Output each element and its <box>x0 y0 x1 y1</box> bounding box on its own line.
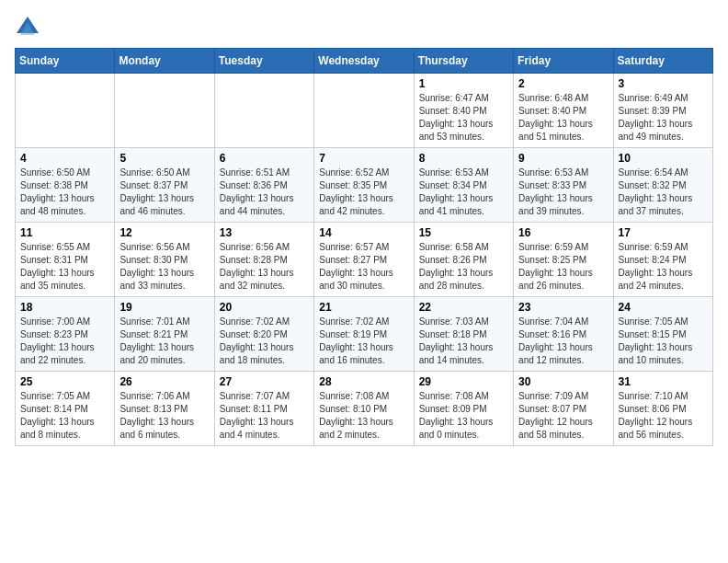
page-header <box>15 15 713 40</box>
logo <box>15 15 44 40</box>
day-number: 10 <box>619 152 708 165</box>
day-info: Sunrise: 7:05 AM Sunset: 8:15 PM Dayligh… <box>619 316 708 367</box>
calendar-week-5: 25Sunrise: 7:05 AM Sunset: 8:14 PM Dayli… <box>16 372 713 446</box>
day-number: 26 <box>119 375 209 388</box>
day-info: Sunrise: 6:48 AM Sunset: 8:40 PM Dayligh… <box>518 92 608 144</box>
day-info: Sunrise: 6:57 AM Sunset: 8:27 PM Dayligh… <box>319 241 408 293</box>
calendar-cell <box>314 74 414 148</box>
day-info: Sunrise: 7:07 AM Sunset: 8:11 PM Dayligh… <box>220 390 309 442</box>
day-info: Sunrise: 7:10 AM Sunset: 8:06 PM Dayligh… <box>619 390 708 442</box>
day-number: 28 <box>319 375 408 388</box>
day-info: Sunrise: 7:08 AM Sunset: 8:09 PM Dayligh… <box>419 390 508 442</box>
calendar-cell: 17Sunrise: 6:59 AM Sunset: 8:24 PM Dayli… <box>613 223 712 297</box>
day-info: Sunrise: 7:06 AM Sunset: 8:13 PM Dayligh… <box>119 390 209 442</box>
day-info: Sunrise: 7:03 AM Sunset: 8:18 PM Dayligh… <box>419 316 508 367</box>
day-number: 18 <box>20 301 109 314</box>
calendar-cell: 21Sunrise: 7:02 AM Sunset: 8:19 PM Dayli… <box>314 297 414 372</box>
header-day-wednesday: Wednesday <box>314 49 414 74</box>
day-info: Sunrise: 7:00 AM Sunset: 8:23 PM Dayligh… <box>20 316 109 367</box>
header-day-saturday: Saturday <box>613 49 712 74</box>
calendar-cell: 18Sunrise: 7:00 AM Sunset: 8:23 PM Dayli… <box>16 297 115 372</box>
calendar-cell: 29Sunrise: 7:08 AM Sunset: 8:09 PM Dayli… <box>414 372 513 446</box>
calendar-cell: 11Sunrise: 6:55 AM Sunset: 8:31 PM Dayli… <box>16 223 115 297</box>
calendar-cell: 4Sunrise: 6:50 AM Sunset: 8:38 PM Daylig… <box>16 148 115 223</box>
header-day-sunday: Sunday <box>16 49 115 74</box>
calendar-cell <box>115 74 214 148</box>
calendar-cell: 10Sunrise: 6:54 AM Sunset: 8:32 PM Dayli… <box>613 148 712 223</box>
day-number: 12 <box>119 226 209 239</box>
day-number: 7 <box>319 152 408 165</box>
calendar-cell: 28Sunrise: 7:08 AM Sunset: 8:10 PM Dayli… <box>314 372 414 446</box>
calendar-cell: 3Sunrise: 6:49 AM Sunset: 8:39 PM Daylig… <box>613 74 712 148</box>
calendar-cell: 27Sunrise: 7:07 AM Sunset: 8:11 PM Dayli… <box>214 372 313 446</box>
calendar-body: 1Sunrise: 6:47 AM Sunset: 8:40 PM Daylig… <box>16 74 713 446</box>
day-number: 30 <box>518 375 608 388</box>
day-info: Sunrise: 6:59 AM Sunset: 8:24 PM Dayligh… <box>619 241 708 293</box>
calendar-cell: 6Sunrise: 6:51 AM Sunset: 8:36 PM Daylig… <box>214 148 313 223</box>
day-number: 20 <box>220 301 309 314</box>
day-number: 17 <box>619 226 708 239</box>
calendar-header: SundayMondayTuesdayWednesdayThursdayFrid… <box>16 49 713 74</box>
day-info: Sunrise: 7:08 AM Sunset: 8:10 PM Dayligh… <box>319 390 408 442</box>
day-number: 8 <box>419 152 508 165</box>
day-number: 16 <box>518 226 608 239</box>
day-number: 1 <box>419 77 508 90</box>
calendar-cell: 19Sunrise: 7:01 AM Sunset: 8:21 PM Dayli… <box>115 297 214 372</box>
calendar-cell: 24Sunrise: 7:05 AM Sunset: 8:15 PM Dayli… <box>613 297 712 372</box>
header-day-tuesday: Tuesday <box>214 49 313 74</box>
calendar-cell: 26Sunrise: 7:06 AM Sunset: 8:13 PM Dayli… <box>115 372 214 446</box>
day-info: Sunrise: 6:56 AM Sunset: 8:28 PM Dayligh… <box>220 241 309 293</box>
logo-icon <box>15 15 40 40</box>
day-info: Sunrise: 7:09 AM Sunset: 8:07 PM Dayligh… <box>518 390 608 442</box>
calendar-week-4: 18Sunrise: 7:00 AM Sunset: 8:23 PM Dayli… <box>16 297 713 372</box>
day-info: Sunrise: 6:49 AM Sunset: 8:39 PM Dayligh… <box>619 92 708 144</box>
calendar-cell: 13Sunrise: 6:56 AM Sunset: 8:28 PM Dayli… <box>214 223 313 297</box>
header-day-monday: Monday <box>115 49 214 74</box>
calendar-cell: 16Sunrise: 6:59 AM Sunset: 8:25 PM Dayli… <box>514 223 613 297</box>
day-info: Sunrise: 6:55 AM Sunset: 8:31 PM Dayligh… <box>20 241 109 293</box>
day-number: 21 <box>319 301 408 314</box>
day-info: Sunrise: 6:54 AM Sunset: 8:32 PM Dayligh… <box>619 167 708 218</box>
day-info: Sunrise: 6:47 AM Sunset: 8:40 PM Dayligh… <box>419 92 508 144</box>
day-number: 22 <box>419 301 508 314</box>
day-info: Sunrise: 6:53 AM Sunset: 8:34 PM Dayligh… <box>419 167 508 218</box>
day-number: 31 <box>619 375 708 388</box>
day-number: 25 <box>20 375 109 388</box>
header-day-thursday: Thursday <box>414 49 513 74</box>
day-info: Sunrise: 6:56 AM Sunset: 8:30 PM Dayligh… <box>119 241 209 293</box>
calendar-cell: 30Sunrise: 7:09 AM Sunset: 8:07 PM Dayli… <box>514 372 613 446</box>
calendar-cell <box>16 74 115 148</box>
day-number: 9 <box>518 152 608 165</box>
calendar-cell: 22Sunrise: 7:03 AM Sunset: 8:18 PM Dayli… <box>414 297 513 372</box>
day-info: Sunrise: 6:53 AM Sunset: 8:33 PM Dayligh… <box>518 167 608 218</box>
header-row: SundayMondayTuesdayWednesdayThursdayFrid… <box>16 49 713 74</box>
day-number: 2 <box>518 77 608 90</box>
day-info: Sunrise: 7:05 AM Sunset: 8:14 PM Dayligh… <box>20 390 109 442</box>
day-number: 14 <box>319 226 408 239</box>
day-info: Sunrise: 6:52 AM Sunset: 8:35 PM Dayligh… <box>319 167 408 218</box>
calendar-week-3: 11Sunrise: 6:55 AM Sunset: 8:31 PM Dayli… <box>16 223 713 297</box>
calendar-week-2: 4Sunrise: 6:50 AM Sunset: 8:38 PM Daylig… <box>16 148 713 223</box>
calendar-cell: 15Sunrise: 6:58 AM Sunset: 8:26 PM Dayli… <box>414 223 513 297</box>
day-number: 6 <box>220 152 309 165</box>
day-number: 24 <box>619 301 708 314</box>
day-number: 19 <box>119 301 209 314</box>
calendar-cell: 5Sunrise: 6:50 AM Sunset: 8:37 PM Daylig… <box>115 148 214 223</box>
day-info: Sunrise: 7:02 AM Sunset: 8:19 PM Dayligh… <box>319 316 408 367</box>
day-info: Sunrise: 6:58 AM Sunset: 8:26 PM Dayligh… <box>419 241 508 293</box>
calendar-cell: 20Sunrise: 7:02 AM Sunset: 8:20 PM Dayli… <box>214 297 313 372</box>
calendar-cell: 1Sunrise: 6:47 AM Sunset: 8:40 PM Daylig… <box>414 74 513 148</box>
calendar-cell: 25Sunrise: 7:05 AM Sunset: 8:14 PM Dayli… <box>16 372 115 446</box>
day-info: Sunrise: 6:59 AM Sunset: 8:25 PM Dayligh… <box>518 241 608 293</box>
calendar-cell: 12Sunrise: 6:56 AM Sunset: 8:30 PM Dayli… <box>115 223 214 297</box>
calendar-cell: 31Sunrise: 7:10 AM Sunset: 8:06 PM Dayli… <box>613 372 712 446</box>
day-info: Sunrise: 6:51 AM Sunset: 8:36 PM Dayligh… <box>220 167 309 218</box>
calendar-cell: 9Sunrise: 6:53 AM Sunset: 8:33 PM Daylig… <box>514 148 613 223</box>
day-number: 23 <box>518 301 608 314</box>
day-info: Sunrise: 6:50 AM Sunset: 8:38 PM Dayligh… <box>20 167 109 218</box>
day-info: Sunrise: 7:01 AM Sunset: 8:21 PM Dayligh… <box>119 316 209 367</box>
calendar-cell: 7Sunrise: 6:52 AM Sunset: 8:35 PM Daylig… <box>314 148 414 223</box>
day-number: 27 <box>220 375 309 388</box>
day-info: Sunrise: 7:04 AM Sunset: 8:16 PM Dayligh… <box>518 316 608 367</box>
day-number: 29 <box>419 375 508 388</box>
